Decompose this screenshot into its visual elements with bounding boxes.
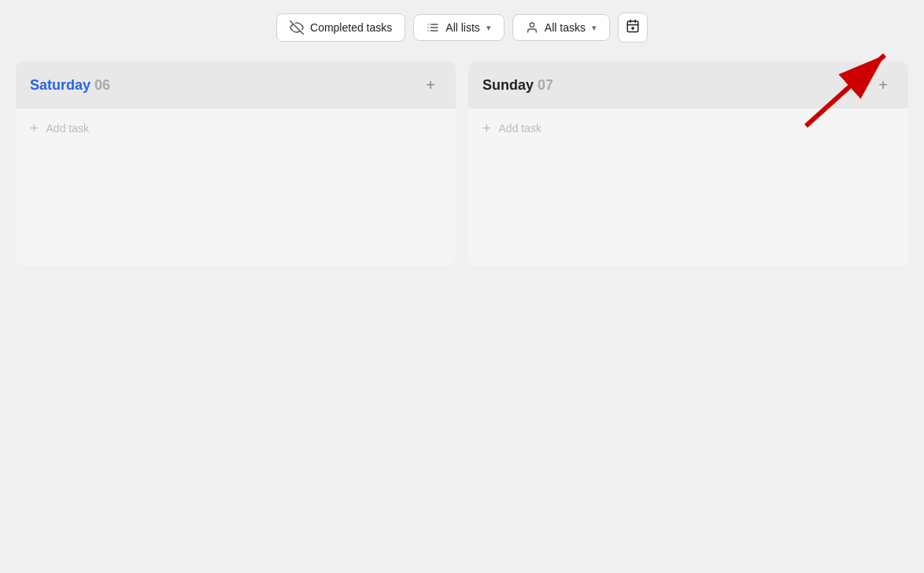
sunday-header: Sunday 07 + [468, 61, 908, 109]
saturday-add-task-row[interactable]: + Add task [30, 121, 442, 135]
saturday-add-button[interactable]: + [419, 74, 442, 96]
svg-point-7 [530, 23, 534, 27]
saturday-add-task-label: Add task [46, 122, 89, 135]
add-calendar-button[interactable] [618, 13, 648, 43]
saturday-add-task-plus-icon: + [30, 121, 39, 135]
toolbar: Completed tasks All lists ▾ All tasks ▾ [0, 0, 924, 55]
sunday-day-name: Sunday [482, 77, 534, 93]
sunday-add-task-label: Add task [499, 122, 541, 135]
sunday-body: + Add task [468, 109, 908, 266]
completed-tasks-button[interactable]: Completed tasks [276, 13, 405, 42]
saturday-title: Saturday 06 [30, 77, 110, 94]
saturday-day-name: Saturday [30, 77, 91, 93]
sunday-title: Sunday 07 [482, 77, 553, 94]
calendar-plus-icon [626, 19, 640, 37]
content-area: Saturday 06 + + Add task Sunday 07 + + A… [0, 61, 924, 266]
saturday-column: Saturday 06 + + Add task [16, 61, 456, 266]
sunday-add-button[interactable]: + [872, 74, 894, 96]
all-tasks-chevron-icon: ▾ [592, 23, 597, 33]
person-icon [526, 21, 538, 34]
saturday-header: Saturday 06 + [16, 61, 456, 109]
sunday-add-task-plus-icon: + [482, 121, 491, 135]
all-tasks-label: All tasks [545, 21, 586, 34]
saturday-body: + Add task [16, 109, 456, 266]
all-lists-button[interactable]: All lists ▾ [413, 14, 505, 41]
all-tasks-button[interactable]: All tasks ▾ [512, 14, 610, 41]
list-icon [427, 21, 439, 34]
sunday-day-number: 07 [538, 77, 553, 93]
sunday-column: Sunday 07 + + Add task [468, 61, 908, 266]
eye-off-icon [290, 20, 304, 35]
all-lists-label: All lists [445, 21, 480, 34]
all-lists-chevron-icon: ▾ [486, 23, 491, 33]
saturday-day-number: 06 [94, 77, 110, 93]
completed-tasks-label: Completed tasks [310, 21, 392, 34]
sunday-add-task-row[interactable]: + Add task [482, 121, 894, 135]
